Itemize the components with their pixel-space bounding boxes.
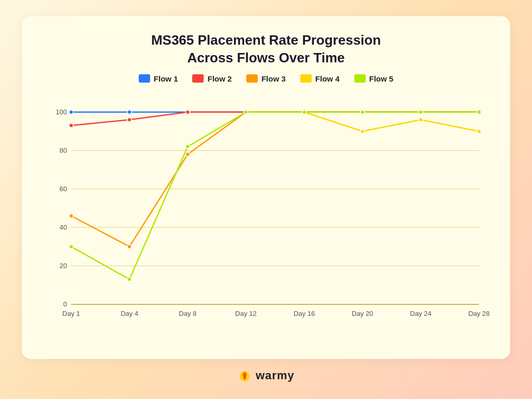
- title-line2: Across Flows Over Time: [188, 50, 345, 65]
- svg-point-53: [302, 110, 307, 114]
- flame-icon: [237, 368, 252, 383]
- svg-text:Day 4: Day 4: [121, 309, 138, 317]
- legend-color-4: [300, 74, 312, 83]
- svg-point-21: [69, 110, 73, 114]
- svg-point-46: [361, 129, 365, 133]
- svg-text:Day 16: Day 16: [294, 309, 315, 317]
- svg-text:0: 0: [63, 300, 67, 308]
- svg-text:Day 12: Day 12: [235, 309, 257, 317]
- svg-text:100: 100: [56, 108, 67, 115]
- svg-text:40: 40: [60, 223, 67, 231]
- warmy-logo: warmy: [237, 368, 295, 383]
- chart-svg: 020406080100Day 1Day 4Day 8Day 12Day 16D…: [43, 88, 489, 349]
- svg-point-49: [69, 244, 73, 248]
- svg-point-50: [127, 277, 131, 281]
- svg-point-47: [419, 117, 423, 122]
- legend-label-2: Flow 2: [207, 74, 232, 83]
- svg-point-48: [477, 129, 481, 133]
- brand-name: warmy: [256, 369, 295, 382]
- svg-text:Day 24: Day 24: [410, 309, 431, 317]
- legend-label-5: Flow 5: [369, 74, 394, 83]
- svg-text:Day 8: Day 8: [179, 309, 196, 317]
- legend-color-5: [354, 74, 366, 83]
- legend-color-1: [139, 74, 150, 83]
- chart-title: MS365 Placement Rate Progression Across …: [151, 32, 381, 67]
- svg-text:Day 28: Day 28: [468, 309, 489, 317]
- footer: warmy: [237, 368, 295, 383]
- svg-point-52: [244, 110, 248, 114]
- svg-point-31: [185, 110, 190, 114]
- svg-point-51: [185, 144, 190, 149]
- legend-item-3: Flow 3: [246, 74, 286, 83]
- legend-item-2: Flow 2: [192, 74, 232, 83]
- legend-label-3: Flow 3: [261, 74, 286, 83]
- svg-point-54: [361, 110, 365, 114]
- legend-color-2: [192, 74, 204, 83]
- title-line1: MS365 Placement Rate Progression: [151, 32, 381, 48]
- chart-container: MS365 Placement Rate Progression Across …: [22, 16, 510, 359]
- legend-label-4: Flow 4: [315, 74, 340, 83]
- svg-text:Day 1: Day 1: [62, 309, 80, 317]
- svg-point-37: [69, 214, 73, 218]
- svg-point-29: [69, 123, 73, 127]
- legend-item-4: Flow 4: [300, 74, 340, 83]
- legend-item-1: Flow 1: [139, 74, 178, 83]
- svg-point-39: [185, 152, 190, 156]
- svg-point-22: [127, 110, 131, 114]
- legend: Flow 1Flow 2Flow 3Flow 4Flow 5: [139, 74, 393, 83]
- svg-text:20: 20: [60, 261, 67, 269]
- svg-point-30: [127, 117, 131, 122]
- svg-point-38: [127, 244, 131, 248]
- svg-point-56: [477, 110, 481, 114]
- legend-item-5: Flow 5: [354, 74, 394, 83]
- legend-color-3: [246, 74, 258, 83]
- chart-svg-wrapper: 020406080100Day 1Day 4Day 8Day 12Day 16D…: [43, 88, 489, 349]
- svg-text:Day 20: Day 20: [352, 309, 373, 317]
- legend-label-1: Flow 1: [154, 74, 178, 83]
- svg-text:80: 80: [60, 146, 67, 154]
- svg-point-55: [419, 110, 423, 114]
- svg-text:60: 60: [60, 184, 67, 192]
